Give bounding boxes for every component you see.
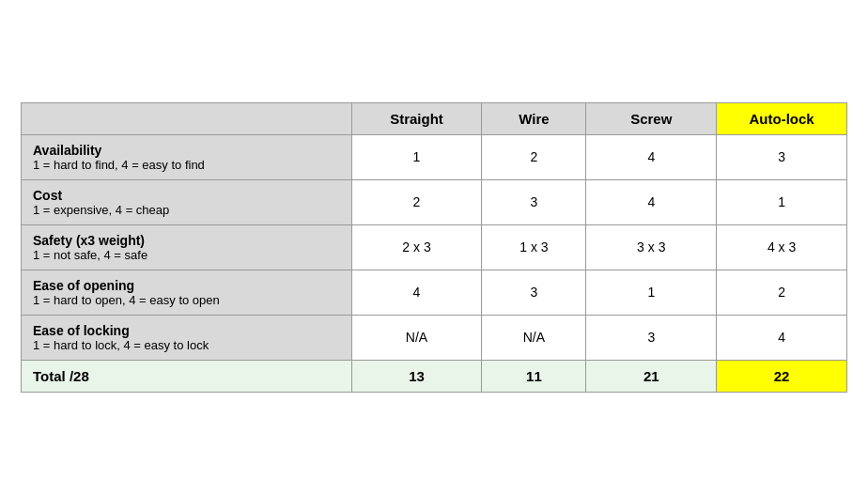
row-straight-value: 2 x 3 [351,224,482,270]
row-straight-value: 2 [351,179,482,224]
row-wire-value: 3 [482,179,586,224]
header-wire: Wire [482,102,586,134]
row-autolock-value: 4 x 3 [717,224,847,270]
table-body: Availability1 = hard to find, 4 = easy t… [22,134,847,392]
header-autolock: Auto-lock [717,102,847,134]
row-screw-value: 4 [586,134,717,179]
total-autolock-value: 22 [717,360,847,392]
comparison-table: Straight Wire Screw Auto-lock Availabili… [21,102,847,393]
row-main-label: Ease of locking [33,323,340,338]
total-screw-value: 21 [586,360,717,392]
table-row: Cost1 = expensive, 4 = cheap2341 [22,179,847,224]
row-screw-value: 3 x 3 [586,224,717,270]
row-straight-value: 1 [351,134,482,179]
row-autolock-value: 2 [717,270,847,315]
row-wire-value: 2 [482,134,586,179]
row-label-cell: Safety (x3 weight)1 = not safe, 4 = safe [22,224,352,270]
row-sub-label: 1 = expensive, 4 = cheap [33,203,340,217]
total-label: Total /28 [22,360,352,392]
table-row: Ease of opening1 = hard to open, 4 = eas… [22,270,847,315]
table-row: Ease of locking1 = hard to lock, 4 = eas… [22,315,847,360]
row-label-cell: Availability1 = hard to find, 4 = easy t… [22,134,352,179]
header-row: Straight Wire Screw Auto-lock [22,102,847,134]
table-row: Availability1 = hard to find, 4 = easy t… [22,134,847,179]
row-main-label: Safety (x3 weight) [33,233,340,248]
row-sub-label: 1 = hard to find, 4 = easy to find [33,158,340,172]
row-main-label: Availability [33,143,340,158]
total-row: Total /2813112122 [22,360,847,392]
row-sub-label: 1 = not safe, 4 = safe [33,248,340,262]
row-straight-value: N/A [351,315,482,360]
row-wire-value: 1 x 3 [482,224,586,270]
header-label-col [22,102,352,134]
header-screw: Screw [586,102,717,134]
row-autolock-value: 3 [717,134,847,179]
row-label-cell: Cost1 = expensive, 4 = cheap [22,179,352,224]
row-screw-value: 1 [586,270,717,315]
row-wire-value: 3 [482,270,586,315]
row-main-label: Ease of opening [33,278,340,293]
row-straight-value: 4 [351,270,482,315]
row-autolock-value: 1 [717,179,847,224]
header-straight: Straight [351,102,482,134]
total-straight-value: 13 [351,360,482,392]
row-screw-value: 3 [586,315,717,360]
table-row: Safety (x3 weight)1 = not safe, 4 = safe… [22,224,847,270]
row-wire-value: N/A [482,315,586,360]
row-screw-value: 4 [586,179,717,224]
row-label-cell: Ease of opening1 = hard to open, 4 = eas… [22,270,352,315]
row-label-cell: Ease of locking1 = hard to lock, 4 = eas… [22,315,352,360]
row-main-label: Cost [33,188,340,203]
total-wire-value: 11 [482,360,586,392]
row-sub-label: 1 = hard to open, 4 = easy to open [33,293,340,307]
comparison-table-container: Straight Wire Screw Auto-lock Availabili… [21,102,847,393]
row-autolock-value: 4 [717,315,847,360]
row-sub-label: 1 = hard to lock, 4 = easy to lock [33,338,340,352]
